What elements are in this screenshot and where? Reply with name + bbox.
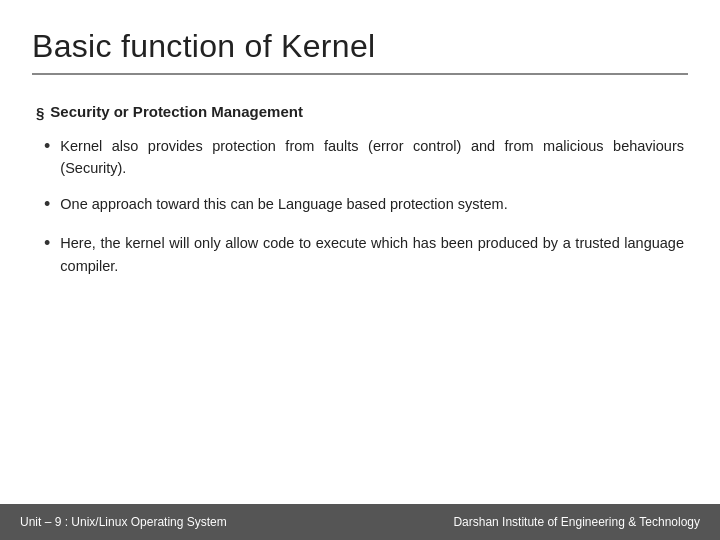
bullet-text-2: One approach toward this can be Language…: [60, 193, 507, 215]
section-heading: § Security or Protection Management: [36, 103, 684, 121]
bullet-text-3: Here, the kernel will only allow code to…: [60, 232, 684, 277]
title-section: Basic function of Kernel: [32, 28, 688, 93]
slide-container: Basic function of Kernel § Security or P…: [0, 0, 720, 540]
footer-right: Darshan Institute of Engineering & Techn…: [453, 515, 700, 529]
section-heading-marker: §: [36, 104, 44, 121]
list-item: • One approach toward this can be Langua…: [36, 193, 684, 218]
bullet-dot-3: •: [44, 230, 50, 257]
content-section: § Security or Protection Management • Ke…: [32, 103, 688, 541]
bullet-text-1: Kernel also provides protection from fau…: [60, 135, 684, 180]
footer: Unit – 9 : Unix/Linux Operating System D…: [0, 504, 720, 540]
list-item: • Kernel also provides protection from f…: [36, 135, 684, 180]
slide-title: Basic function of Kernel: [32, 28, 688, 65]
bullet-list: • Kernel also provides protection from f…: [36, 135, 684, 278]
footer-left: Unit – 9 : Unix/Linux Operating System: [20, 515, 227, 529]
bullet-dot-1: •: [44, 133, 50, 160]
title-divider: [32, 73, 688, 75]
section-heading-text: Security or Protection Management: [50, 103, 303, 120]
list-item: • Here, the kernel will only allow code …: [36, 232, 684, 277]
bullet-dot-2: •: [44, 191, 50, 218]
